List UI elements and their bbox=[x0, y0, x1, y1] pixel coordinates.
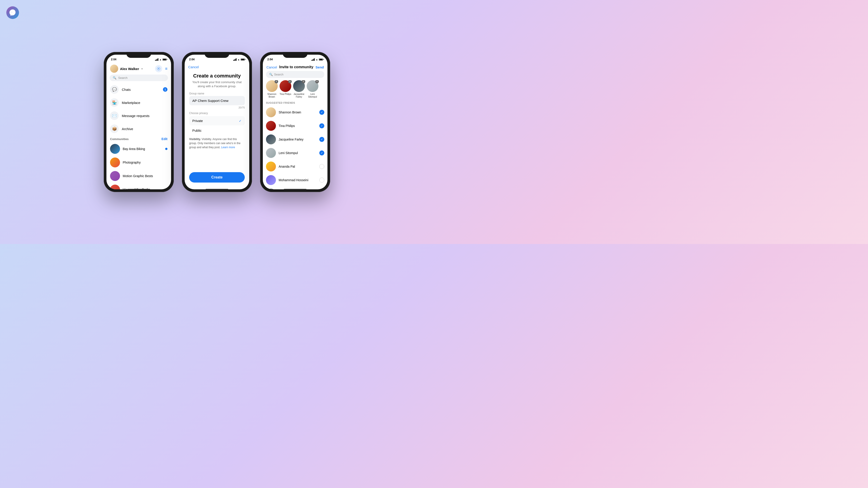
communities-edit-button[interactable]: Edit bbox=[162, 137, 167, 141]
selected-people-row: × ShannonBrown × Tina Philips × Jacqueli… bbox=[263, 80, 328, 98]
friend-item-jacqueline[interactable]: Jacqueline Farley ✓ bbox=[263, 133, 328, 146]
chats-badge: 1 bbox=[163, 87, 167, 92]
selected-tina-name: Tina Philips bbox=[280, 93, 291, 96]
privacy-public-option[interactable]: Public bbox=[189, 126, 245, 135]
community-biking-dot bbox=[165, 148, 167, 150]
invite-cancel-button[interactable]: Cancel bbox=[267, 65, 277, 69]
remove-leni-button[interactable]: × bbox=[315, 80, 319, 84]
selected-jacqueline-avatar: × bbox=[293, 80, 305, 92]
friend-item-leni[interactable]: Leni Sitompul ✓ bbox=[263, 146, 328, 160]
communities-section-header: Communities Edit bbox=[106, 135, 171, 142]
nav-item-chats[interactable]: 💬 Chats 1 bbox=[106, 83, 171, 96]
phone2-screen: 2:04 ▲ Cancel bbox=[185, 55, 249, 189]
public-label: Public bbox=[192, 129, 202, 132]
phone1-battery-icon bbox=[162, 59, 166, 61]
create-community-content: Create a community You'll create your fi… bbox=[185, 71, 249, 170]
friend-ananda-name: Ananda Pal bbox=[279, 165, 317, 168]
marketplace-icon: 🏪 bbox=[110, 98, 119, 107]
remove-tina-button[interactable]: × bbox=[288, 80, 292, 84]
search-placeholder: Search bbox=[118, 76, 127, 79]
friend-tina-avatar bbox=[266, 121, 276, 131]
friend-jacqueline-checkbox[interactable]: ✓ bbox=[319, 137, 324, 142]
create-big-button[interactable]: Create bbox=[189, 172, 245, 183]
friend-item-shannon[interactable]: Shannon Brown ✓ bbox=[263, 105, 328, 119]
chats-label: Chats bbox=[122, 88, 131, 92]
friend-james-avatar bbox=[266, 189, 276, 189]
friend-item-mohammad[interactable]: Mohammad Hosseini bbox=[263, 173, 328, 187]
privacy-label: Choose privacy bbox=[189, 111, 245, 115]
remove-jacqueline-button[interactable]: × bbox=[302, 80, 305, 84]
search-bar[interactable]: 🔍 Search bbox=[110, 74, 168, 81]
menu-button[interactable]: ≡ bbox=[165, 66, 167, 71]
selected-item-shannon[interactable]: × ShannonBrown bbox=[266, 80, 278, 98]
phone-2: 2:04 ▲ Cancel bbox=[182, 52, 252, 192]
phone1-header-icons: ≡ bbox=[155, 65, 167, 72]
messenger-logo bbox=[6, 6, 19, 19]
friend-leni-avatar bbox=[266, 148, 276, 158]
community-biking-avatar bbox=[110, 144, 120, 154]
char-count: 20/75 bbox=[189, 106, 245, 109]
remove-shannon-button[interactable]: × bbox=[275, 80, 278, 84]
phone3-home-bar bbox=[284, 189, 306, 190]
community-item-photography[interactable]: Photography bbox=[106, 156, 171, 169]
phone1-user[interactable]: Alex Walker ▾ bbox=[110, 65, 143, 73]
community-item-motion[interactable]: Motion Graphic Bests bbox=[106, 169, 171, 183]
settings-button[interactable] bbox=[155, 65, 162, 72]
selected-shannon-avatar: × bbox=[266, 80, 278, 92]
create-community-cancel-button[interactable]: Cancel bbox=[188, 65, 199, 69]
invite-search-icon: 🔍 bbox=[269, 73, 273, 76]
community-biking-name: Bay Area Biking bbox=[123, 147, 145, 151]
friend-leni-checkbox[interactable]: ✓ bbox=[319, 151, 324, 156]
selected-leni-name: LeniSitompul bbox=[308, 93, 317, 98]
phone1-avatar bbox=[110, 65, 118, 73]
phone2-top-bar: Cancel bbox=[185, 63, 249, 71]
friend-tina-checkbox[interactable]: ✓ bbox=[319, 123, 324, 128]
signal-bar-2 bbox=[156, 59, 157, 61]
learn-more-link[interactable]: Learn more bbox=[221, 146, 235, 149]
community-photography-name: Photography bbox=[123, 161, 141, 164]
community-surf-avatar bbox=[110, 185, 120, 189]
community-photo-avatar bbox=[110, 158, 120, 167]
create-community-title: Create a community bbox=[189, 73, 245, 79]
nav-item-archive[interactable]: 📦 Archive bbox=[106, 122, 171, 135]
phone2-signal bbox=[233, 58, 237, 61]
friend-shannon-checkbox[interactable]: ✓ bbox=[319, 110, 324, 115]
message-requests-label: Message requests bbox=[122, 114, 150, 118]
invite-send-button[interactable]: Send bbox=[315, 65, 324, 69]
phone1-home-bar bbox=[127, 189, 150, 190]
friend-mohammad-checkbox[interactable] bbox=[319, 177, 324, 183]
nav-item-message-requests[interactable]: ✉️ Message requests bbox=[106, 109, 171, 122]
signal-bar-1 bbox=[155, 60, 156, 61]
friend-item-tina[interactable]: Tina Philips ✓ bbox=[263, 119, 328, 133]
selected-item-tina[interactable]: × Tina Philips bbox=[280, 80, 291, 98]
phone3-wifi-icon: ▲ bbox=[316, 58, 318, 61]
phone1-battery-fill bbox=[163, 59, 166, 60]
invite-search-bar[interactable]: 🔍 Search bbox=[266, 71, 324, 78]
community-item-biking[interactable]: Bay Area Biking bbox=[106, 142, 171, 156]
phone1-screen: 2:04 ▲ Alex bbox=[106, 55, 171, 189]
community-item-surf[interactable]: Women Who Surf bbox=[106, 183, 171, 189]
chats-icon: 💬 bbox=[110, 85, 119, 94]
phones-container: 2:04 ▲ Alex bbox=[104, 52, 330, 192]
communities-section-title: Communities bbox=[110, 137, 129, 141]
phone1-time: 2:04 bbox=[111, 58, 116, 61]
phone1-signal bbox=[155, 58, 158, 61]
selected-item-leni[interactable]: × LeniSitompul bbox=[307, 80, 318, 98]
friend-shannon-avatar bbox=[266, 107, 276, 117]
phone1-status-icons: ▲ bbox=[155, 58, 166, 61]
phone3-battery-icon bbox=[319, 59, 323, 61]
community-motion-name: Motion Graphic Bests bbox=[123, 174, 153, 178]
nav-item-marketplace[interactable]: 🏪 Marketplace bbox=[106, 96, 171, 109]
phone2-battery-icon bbox=[241, 59, 245, 61]
friend-item-ananda[interactable]: Ananda Pal bbox=[263, 160, 328, 173]
friend-ananda-checkbox[interactable] bbox=[319, 164, 324, 169]
group-name-input[interactable]: AP Chem Support Crew bbox=[189, 96, 245, 105]
phone2-notch bbox=[205, 52, 229, 58]
phone2-wifi-icon: ▲ bbox=[238, 58, 240, 61]
visibility-description: Visibility. Visibility. Anyone can find … bbox=[189, 137, 245, 149]
privacy-private-option[interactable]: Private ✓ bbox=[189, 116, 245, 125]
phone-1: 2:04 ▲ Alex bbox=[104, 52, 174, 192]
selected-item-jacqueline[interactable]: × JacquelineFarley bbox=[293, 80, 305, 98]
friend-mohammad-avatar bbox=[266, 175, 276, 185]
chevron-down-icon: ▾ bbox=[142, 68, 143, 70]
